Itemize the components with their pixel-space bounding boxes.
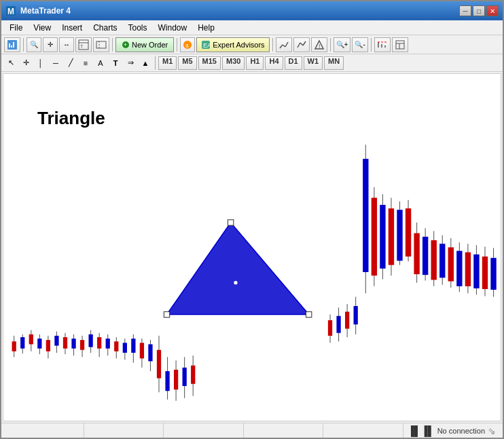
menu-tools[interactable]: Tools [123, 22, 153, 34]
handle-bottom-left[interactable] [164, 311, 169, 317]
separator2 [112, 38, 113, 52]
label-tool[interactable]: T [109, 56, 122, 70]
vertical-line-tool[interactable]: │ [34, 56, 48, 70]
svg-text:$: $ [185, 43, 189, 49]
svg-rect-29 [396, 41, 404, 49]
up-down-button[interactable] [293, 37, 310, 52]
chart-scroll-button[interactable]: ↔ [59, 37, 74, 52]
status-seg-5 [323, 423, 403, 438]
svg-rect-53 [97, 337, 101, 349]
svg-line-19 [285, 42, 288, 47]
status-seg-3 [164, 423, 244, 438]
template-button[interactable]: T [75, 37, 92, 52]
svg-rect-87 [372, 198, 377, 276]
timeframe-h4[interactable]: H4 [265, 56, 283, 70]
handle-bottom-right[interactable] [306, 311, 311, 317]
svg-rect-59 [123, 343, 127, 353]
title-bar-buttons: ─ □ ✕ [459, 5, 499, 16]
timeframe-h1[interactable]: H1 [246, 56, 264, 70]
expert-advisors-button[interactable]: EA Expert Advisors [196, 37, 269, 52]
data-window-button[interactable] [392, 37, 408, 52]
cursor-tool[interactable]: ↖ [4, 56, 18, 70]
timeframe-m30[interactable]: M30 [222, 56, 245, 70]
horizontal-line-tool[interactable]: ─ [49, 56, 62, 70]
new-order-label: New Order [132, 41, 168, 49]
svg-text:EA: EA [203, 42, 211, 49]
status-seg-1 [4, 423, 84, 438]
timeframe-w1[interactable]: W1 [304, 56, 323, 70]
alert-button[interactable]: ! [311, 37, 327, 52]
maximize-button[interactable]: □ [473, 5, 485, 16]
connection-status: No connection [437, 427, 485, 435]
menu-charts[interactable]: Charts [88, 22, 122, 34]
text-tool[interactable]: A [94, 56, 107, 70]
triangle-shape[interactable] [167, 223, 309, 315]
menu-view[interactable]: View [28, 22, 56, 34]
crosshair-tool[interactable]: ✛ [19, 56, 33, 70]
history-button[interactable] [276, 37, 292, 52]
close-button[interactable]: ✕ [486, 5, 499, 16]
toolbar2-sep [155, 56, 156, 70]
timeframe-d1[interactable]: D1 [285, 56, 302, 70]
zoom-in-button[interactable]: 🔍 [26, 37, 41, 52]
separator5 [330, 38, 331, 52]
title-bar-text: MetaTrader 4 [20, 6, 459, 16]
timeframe-m15[interactable]: M15 [198, 56, 221, 70]
svg-rect-89 [380, 205, 385, 269]
timeframe-mn[interactable]: MN [324, 56, 344, 70]
svg-rect-51 [88, 335, 92, 347]
connection-icon: ▐▌▐▌ [408, 425, 435, 436]
menu-file[interactable]: File [4, 22, 28, 34]
new-order-button[interactable]: + New Order [115, 37, 174, 52]
channel-tool[interactable]: ≡ [79, 56, 92, 70]
svg-rect-45 [63, 337, 67, 349]
svg-rect-93 [397, 210, 402, 261]
svg-rect-37 [29, 335, 33, 345]
shape-tool[interactable]: ▲ [139, 56, 152, 70]
svg-rect-105 [448, 248, 454, 282]
svg-rect-33 [12, 341, 16, 351]
separator [23, 38, 24, 52]
separator3 [177, 38, 177, 52]
app-icon: M [5, 5, 16, 16]
new-chart-button[interactable] [4, 37, 20, 52]
svg-rect-95 [406, 208, 411, 256]
timeframe-m5[interactable]: M5 [178, 56, 196, 70]
svg-rect-43 [54, 336, 58, 346]
chart-prop-button[interactable] [374, 37, 391, 52]
menu-window[interactable]: Window [153, 22, 193, 34]
menu-help[interactable]: Help [192, 22, 220, 34]
zoom-out2-button[interactable]: 🔍- [352, 37, 367, 52]
svg-rect-63 [140, 343, 144, 358]
toolbar2: ↖ ✛ │ ─ ╱ ≡ A T ⇒ ▲ M1 M5 M15 M30 H1 H4 … [1, 54, 503, 72]
period-sep-button[interactable] [93, 37, 109, 52]
crosshair-button[interactable]: ✛ [43, 37, 58, 52]
svg-text:M: M [7, 7, 14, 16]
menu-bar: File View Insert Charts Tools Window Hel… [1, 20, 503, 35]
svg-rect-35 [20, 337, 24, 349]
mt-icon1[interactable]: $ [180, 37, 195, 52]
svg-rect-113 [482, 256, 488, 289]
svg-rect-83 [354, 306, 358, 324]
chart-area[interactable]: Triangle [3, 73, 501, 421]
minimize-button[interactable]: ─ [459, 5, 471, 16]
trendline-tool[interactable]: ╱ [64, 56, 77, 70]
svg-rect-39 [37, 339, 41, 349]
svg-rect-103 [439, 244, 445, 278]
status-segments [4, 423, 403, 438]
svg-text:T: T [80, 44, 84, 49]
svg-line-17 [280, 45, 283, 48]
svg-line-22 [303, 41, 306, 45]
svg-rect-57 [114, 341, 118, 351]
svg-rect-67 [157, 350, 161, 379]
menu-insert[interactable]: Insert [56, 22, 88, 34]
svg-rect-55 [106, 339, 110, 349]
title-bar: M MetaTrader 4 ─ □ ✕ [1, 1, 503, 20]
svg-rect-9 [96, 41, 106, 48]
arrow-tool[interactable]: ⇒ [124, 56, 137, 70]
status-seg-4 [244, 423, 324, 438]
handle-top[interactable] [228, 220, 233, 225]
timeframe-m1[interactable]: M1 [158, 56, 177, 70]
zoom-in2-button[interactable]: 🔍+ [334, 37, 351, 52]
center-dot [234, 281, 237, 284]
